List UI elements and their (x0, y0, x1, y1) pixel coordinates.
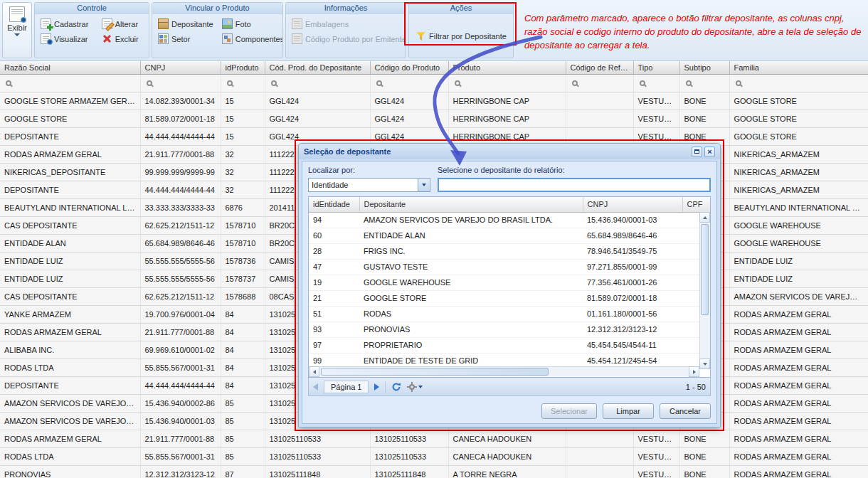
combo-dropdown-button[interactable] (418, 179, 430, 191)
limpar-button[interactable]: Limpar (603, 403, 654, 419)
dialog-title-bar[interactable]: Seleção de depositante × (299, 144, 720, 159)
cell-identidade: 93 (309, 322, 359, 337)
cell-familia: NIKERICAS_ARMAZEM (729, 145, 868, 163)
depositante-row[interactable]: 93 PRONOVIAS 12.312.312/3123-12 (309, 322, 711, 337)
cell-codigo-referencia (566, 447, 633, 465)
grid-column-header[interactable]: CNPJ (583, 197, 682, 212)
exibir-button[interactable]: Exibir (2, 2, 32, 58)
filter-cell[interactable] (679, 74, 729, 92)
column-header[interactable]: Cód. Prod. do Depositante (265, 61, 370, 74)
depositante-row[interactable]: 97 PROPRIETARIO 45.454.545/4544-11 (309, 337, 711, 353)
close-icon[interactable]: × (704, 147, 715, 157)
filter-cell[interactable] (633, 74, 679, 92)
cell-razao-social: RODAS LTDA (0, 358, 140, 376)
delete-x-icon (102, 33, 112, 44)
filtrar-por-depositante-button[interactable]: Filtrar por Depositante (416, 31, 507, 41)
depositante-row[interactable]: 94 AMAZON SERVICOS DE VAREJO DO BRASIL L… (309, 212, 711, 228)
button-label: Excluir (115, 35, 139, 43)
table-row[interactable]: GOOGLE STORE ARMAZEM GERAL 14.082.393/00… (0, 92, 868, 110)
cell-cnpj: 55.855.567/0001-31 (140, 358, 221, 376)
search-depositante-input[interactable] (438, 178, 711, 192)
depositante-row[interactable]: 28 FRIGS INC. 78.946.541/3549-75 (309, 243, 711, 259)
table-row[interactable]: PRONOVIAS 12.312.312/3123-12 87 13102511… (0, 465, 868, 478)
filter-cell[interactable] (221, 74, 265, 92)
scroll-up-button[interactable] (699, 212, 710, 223)
settings-button[interactable] (407, 382, 423, 392)
grid-column-header[interactable]: CPF (682, 197, 711, 212)
filter-cell[interactable] (566, 74, 633, 92)
alterar-button[interactable]: Alterar (102, 18, 143, 29)
horizontal-scrollbar[interactable] (309, 366, 699, 377)
filter-cell[interactable] (370, 74, 448, 92)
codigo-produto-por-emitente-button[interactable]: Código Produto por Emitente (292, 33, 406, 44)
cell-idproduto: 1578688 (221, 287, 265, 305)
cell-subtipo: BONE (679, 447, 729, 465)
filter-cell[interactable] (729, 74, 868, 92)
previous-page-icon[interactable] (313, 383, 318, 391)
column-header[interactable]: Código do Produto (370, 61, 448, 74)
cell-codigo-referencia (566, 110, 633, 127)
filter-cell[interactable] (140, 74, 221, 92)
excluir-button[interactable]: Excluir (102, 33, 143, 44)
cell-codigo-produto: GGL424 (370, 110, 448, 127)
table-row[interactable]: RODAS ARMAZEM GERAL 21.911.777/0001-88 8… (0, 430, 868, 447)
scroll-right-button[interactable] (689, 366, 699, 377)
vertical-scrollbar[interactable] (699, 212, 710, 369)
refresh-icon[interactable] (391, 382, 401, 392)
cancelar-button[interactable]: Cancelar (660, 403, 711, 419)
column-header[interactable]: Familia (729, 61, 868, 74)
table-row[interactable]: GOOGLE STORE 81.589.072/0001-18 15 GGL42… (0, 110, 868, 127)
scroll-left-button[interactable] (309, 366, 319, 377)
cell-produto: CANECA HADOUKEN (448, 430, 566, 447)
depositante-button[interactable]: Depositante (158, 18, 213, 29)
cell-familia: RODAS ARMAZEM GERAL (729, 341, 868, 358)
column-header[interactable]: Código de Referência (566, 61, 633, 74)
filter-cell[interactable] (0, 74, 140, 92)
localizar-por-combo[interactable]: Identidade (308, 178, 430, 192)
grid-column-header[interactable]: idEntidade (309, 197, 359, 212)
cell-idproduto: 15 (221, 110, 265, 127)
depositante-row[interactable]: 47 GUSTAVO TESTE 97.271.855/0001-99 (309, 259, 711, 275)
table-row[interactable]: RODAS LTDA 55.855.567/0001-31 85 1310251… (0, 447, 868, 465)
column-header[interactable]: idProduto (221, 61, 265, 74)
column-header[interactable]: Subtipo (679, 61, 729, 74)
cell-familia: GOOGLE WAREHOUSE (729, 216, 868, 234)
cell-idproduto: 87 (221, 465, 265, 478)
selecionar-button[interactable]: Selecionar (541, 403, 597, 419)
cadastrar-button[interactable]: Cadastrar (41, 18, 93, 29)
cell-cnpj: 65.684.989/8646-46 (140, 234, 221, 252)
dialog-title: Seleção de depositante (304, 147, 391, 156)
column-header[interactable]: Tipo (633, 61, 679, 74)
cell-codigo-referencia (566, 430, 633, 447)
vertical-scroll-thumb[interactable] (701, 224, 709, 315)
filter-cell[interactable] (265, 74, 370, 92)
next-page-icon[interactable] (374, 383, 379, 391)
column-header[interactable]: CNPJ (140, 61, 221, 74)
column-header[interactable]: Produto (448, 61, 566, 74)
componentes-kit-button[interactable]: Componentes Kit (222, 33, 283, 44)
product-code-icon (292, 33, 302, 44)
setor-button[interactable]: Setor (158, 33, 213, 44)
cell-cnpj: 55.555.555/5555-56 (140, 252, 221, 270)
cell-cod-prod-depositante: 131025110533 (265, 430, 370, 447)
button-label: Filtrar por Depositante (429, 32, 507, 41)
foto-button[interactable]: Foto (222, 18, 283, 29)
filter-cell[interactable] (448, 74, 566, 92)
depositante-row[interactable]: 51 RODAS 01.161.180/0001-56 (309, 306, 711, 322)
cell-familia: RODAS ARMAZEM GERAL (729, 358, 868, 376)
grid-column-header[interactable]: Depositante (359, 197, 583, 212)
cell-idproduto: 85 (221, 394, 265, 412)
cell-cnpj: 21.911.777/0001-88 (140, 323, 221, 341)
depositante-row[interactable]: 21 GOOGLE STORE 81.589.072/0001-18 (309, 290, 711, 306)
scroll-down-button[interactable] (699, 358, 710, 369)
horizontal-scroll-thumb[interactable] (321, 368, 549, 376)
cell-cnpj: 21.911.777/0001-88 (140, 430, 221, 447)
depositante-row[interactable]: 60 ENTIDADE ALAN 65.684.989/8646-46 (309, 228, 711, 243)
depositante-row[interactable]: 19 GOOGLE WAREHOUSE 77.356.461/0001-26 (309, 275, 711, 290)
button-label: Embalagens (305, 20, 349, 28)
add-record-icon (41, 18, 51, 29)
visualizar-button[interactable]: Visualizar (41, 33, 93, 44)
restore-window-icon[interactable] (692, 147, 702, 157)
column-header[interactable]: Razão Social (0, 61, 140, 74)
embalagens-button[interactable]: Embalagens (292, 18, 406, 29)
